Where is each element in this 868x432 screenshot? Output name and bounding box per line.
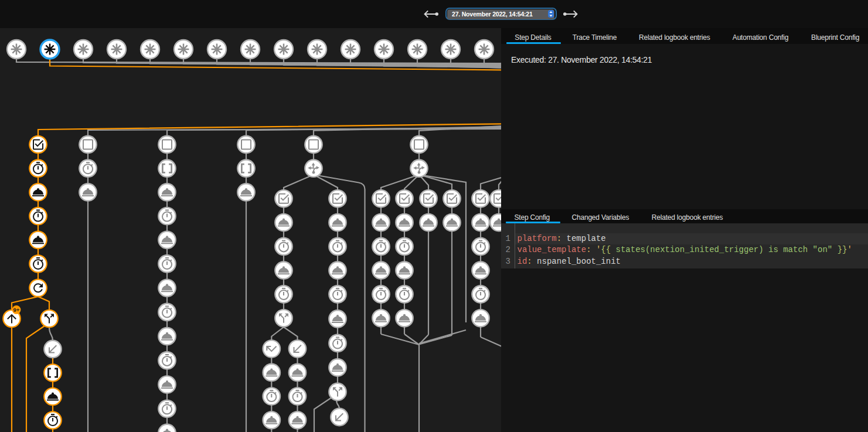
svg-text:9+: 9+ — [13, 307, 20, 313]
